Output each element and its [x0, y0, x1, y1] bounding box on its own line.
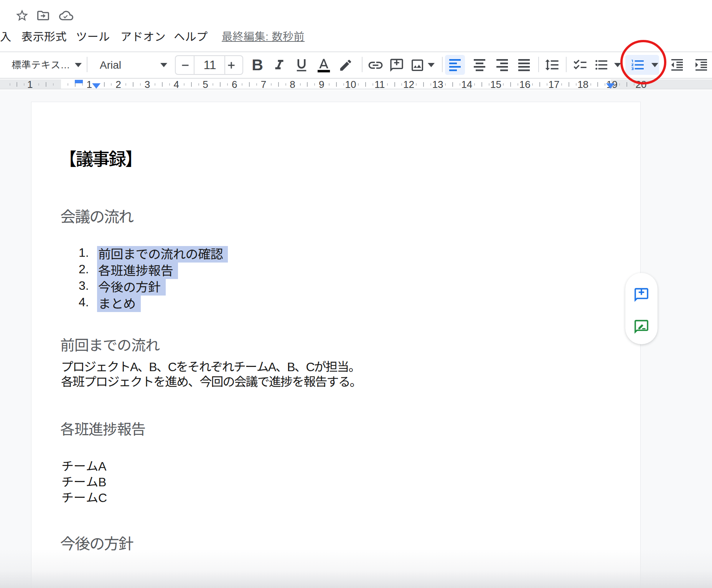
separator — [566, 57, 567, 72]
ruler-tick — [285, 83, 286, 86]
ruler-number: 2 — [115, 79, 121, 89]
paragraph-style-arrow-icon[interactable] — [75, 63, 82, 67]
ruler-number: 7 — [261, 79, 266, 89]
ruler-tick — [590, 83, 591, 86]
bold-button[interactable]: B — [249, 52, 265, 78]
ruler-tick — [358, 83, 359, 86]
ruler-tick — [474, 83, 475, 86]
menu-bar: 入 表示形式 ツール アドオン ヘルプ 最終編集: 数秒前 — [0, 29, 712, 45]
ruler-tick — [184, 83, 185, 86]
ruler-number: 14 — [461, 79, 472, 89]
italic-button[interactable] — [271, 57, 287, 73]
heading-team-progress[interactable]: 各班進捗報告 — [60, 422, 145, 437]
ruler-tick — [249, 82, 250, 87]
text-color-button[interactable] — [316, 57, 332, 73]
justify-icon — [516, 57, 532, 73]
align-right-button[interactable] — [494, 57, 510, 73]
menu-insert-partial[interactable]: 入 — [0, 29, 12, 45]
numbered-list-button[interactable] — [630, 57, 646, 73]
ruler-tick — [460, 83, 460, 86]
font-size-value[interactable]: 11 — [194, 56, 225, 74]
font-family-select[interactable]: Arial — [100, 52, 121, 78]
checklist-button[interactable] — [572, 57, 588, 73]
team-line-c[interactable]: チームC — [61, 492, 107, 504]
menu-format[interactable]: 表示形式 — [21, 29, 67, 45]
list-item-4[interactable]: まとめ — [97, 296, 141, 312]
list-item-1[interactable]: 前回までの流れの確認 — [97, 246, 228, 263]
indent-icon — [694, 57, 709, 73]
justify-button[interactable] — [516, 57, 532, 73]
ruler-tick — [561, 83, 562, 86]
right-indent-marker[interactable] — [606, 83, 615, 89]
team-line-a[interactable]: チームA — [61, 460, 106, 472]
ruler-tick — [242, 83, 242, 86]
highlight-color-button[interactable] — [338, 57, 354, 73]
ruler-tick — [481, 82, 482, 87]
list-item-2[interactable]: 各班進捗報告 — [97, 263, 178, 279]
ruler-tick — [387, 83, 388, 86]
ruler-tick — [198, 83, 199, 86]
first-line-indent-marker[interactable] — [75, 80, 83, 83]
ruler-number: 8 — [290, 79, 295, 89]
menu-help[interactable]: ヘルプ — [174, 29, 208, 45]
bulleted-list-button[interactable] — [593, 57, 610, 73]
ruler-number: 16 — [519, 79, 531, 89]
ruler[interactable]: 11234567891011121314151617181920 — [0, 79, 712, 89]
body-line-1[interactable]: プロジェクトA、B、CをそれぞれチームA、B、Cが担当。 — [61, 361, 360, 373]
menu-addons[interactable]: アドオン — [120, 29, 166, 45]
bulleted-list-arrow-icon[interactable] — [614, 63, 621, 67]
ruler-tick — [372, 83, 373, 86]
ruler-number: 20 — [636, 79, 647, 89]
numbered-list-arrow-icon[interactable] — [651, 63, 658, 67]
add-comment-side-button[interactable] — [633, 287, 650, 303]
ruler-number: 5 — [203, 79, 208, 89]
suggest-edits-side-icon — [633, 319, 650, 335]
ruler-tick — [213, 83, 213, 86]
cloud-saved-icon[interactable] — [58, 8, 74, 23]
doc-title[interactable]: 【議事録】 — [59, 150, 142, 168]
indent-button[interactable] — [693, 57, 709, 73]
ruler-tick — [53, 83, 54, 86]
outdent-button[interactable] — [669, 57, 685, 73]
ruler-number: 1 — [27, 79, 33, 89]
align-left-button[interactable] — [447, 57, 463, 73]
insert-image-arrow-icon[interactable] — [428, 63, 435, 67]
ruler-tick — [125, 83, 126, 86]
ruler-tick — [619, 83, 620, 86]
body-line-2[interactable]: 各班プロジェクトを進め、今回の会議で進捗を報告する。 — [61, 376, 361, 388]
last-edit-link[interactable]: 最終編集: 数秒前 — [222, 29, 305, 45]
move-folder-icon[interactable] — [36, 8, 50, 23]
add-comment-button[interactable] — [389, 57, 405, 73]
list-number-1: 1. — [79, 244, 89, 261]
bulleted-list-icon — [594, 57, 609, 73]
list-item-3[interactable]: 今後の方針 — [97, 279, 166, 296]
ruler-tick — [365, 82, 366, 87]
heading-previous-flow[interactable]: 前回までの流れ — [60, 338, 160, 353]
menu-tools[interactable]: ツール — [76, 29, 110, 45]
ruler-tick — [271, 83, 272, 86]
insert-link-button[interactable] — [367, 57, 384, 73]
team-line-b[interactable]: チームB — [61, 476, 106, 488]
heading-policy[interactable]: 今後の方針 — [60, 536, 133, 552]
toolbar: 標準テキス… Arial 11 B — [0, 51, 712, 79]
suggest-edits-side-button[interactable] — [633, 319, 650, 335]
decrease-font-size-button[interactable] — [182, 62, 189, 69]
ruler-tick — [430, 83, 431, 86]
ruler-tick — [155, 83, 155, 86]
left-indent-marker[interactable] — [92, 83, 101, 89]
align-center-button[interactable] — [471, 57, 488, 73]
ruler-number: 10 — [345, 79, 356, 89]
increase-font-size-button[interactable] — [228, 62, 235, 69]
insert-image-button[interactable] — [409, 57, 425, 73]
star-icon[interactable] — [15, 8, 29, 23]
heading-agenda[interactable]: 会議の流れ — [60, 209, 133, 225]
underline-button[interactable] — [293, 57, 310, 73]
font-size-group: 11 — [175, 55, 243, 75]
ruler-tick — [329, 83, 330, 86]
paragraph-style-select[interactable]: 標準テキス… — [12, 52, 70, 78]
ruler-number: 1 — [86, 79, 92, 89]
document-canvas: 【議事録】 会議の流れ 1. 2. 3. 4. 前回までの流れの確認 各班進捗報… — [0, 90, 712, 588]
line-spacing-button[interactable] — [544, 57, 560, 73]
ruler-tick — [220, 82, 221, 87]
font-family-arrow-icon[interactable] — [160, 63, 167, 67]
